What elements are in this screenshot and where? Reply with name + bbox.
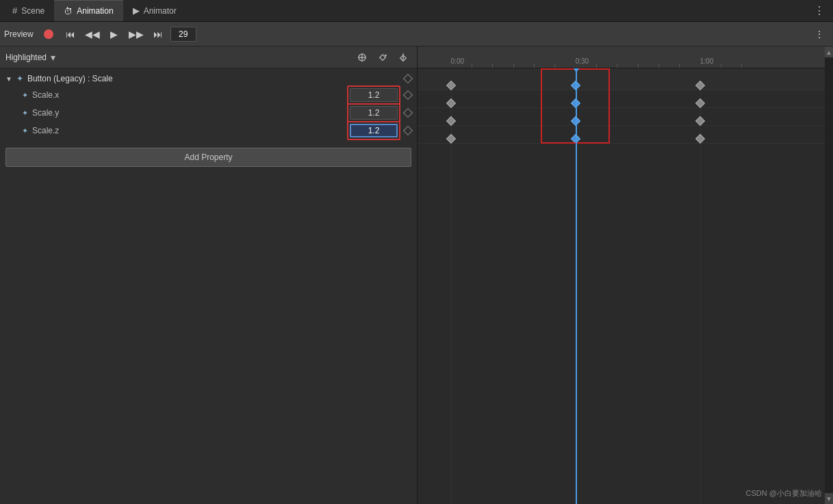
- tab-more-button[interactable]: ⋮: [808, 4, 830, 17]
- goto-end-button[interactable]: ⏭: [149, 25, 168, 43]
- kf-scalex-left[interactable]: [446, 98, 455, 107]
- prev-frame-icon: ◀◀: [85, 29, 100, 40]
- scale-z-input[interactable]: [350, 124, 398, 137]
- scrollbar-down-button[interactable]: ▼: [825, 493, 833, 504]
- toolbar: Preview ⏮ ◀◀ ▶ ▶▶ ⏭ ⋮: [0, 22, 833, 47]
- toolbar-more-icon: ⋮: [815, 29, 824, 40]
- scale-z-label: Scale.z: [32, 126, 343, 135]
- play-icon: ▶: [110, 29, 118, 40]
- tab-animator-label: Animator: [144, 6, 177, 16]
- tab-bar: # Scene ⏱ Animation ▶ Animator ⋮: [0, 0, 833, 22]
- frame-input[interactable]: [170, 27, 196, 42]
- timeline-panel: 0:00 0:30 1:00: [418, 47, 833, 504]
- prop-group-header[interactable]: ▼ ✦ Button (Legacy) : Scale: [0, 71, 417, 86]
- playhead[interactable]: [576, 68, 577, 504]
- scale-x-icon: ✦: [22, 91, 28, 100]
- tab-animation-label: Animation: [77, 6, 113, 16]
- watermark: CSDN @小白要加油哈: [746, 488, 822, 499]
- key-icon: [398, 52, 409, 63]
- next-frame-button[interactable]: ▶▶: [127, 25, 146, 43]
- kf-scaley-right[interactable]: [695, 116, 705, 125]
- main-area: Highlighted ▾: [0, 47, 833, 504]
- scrollbar-up-button[interactable]: ▲: [825, 47, 833, 57]
- preview-label: Preview: [4, 29, 34, 39]
- next-frame-icon: ▶▶: [129, 29, 144, 40]
- toolbar-more-button[interactable]: ⋮: [810, 25, 829, 43]
- scale-z-value-box: [347, 121, 400, 140]
- scale-y-row: ✦ Scale.y: [0, 104, 417, 122]
- goto-start-icon: ⏮: [66, 29, 75, 40]
- center-icon: [357, 52, 368, 63]
- add-keyframe-button[interactable]: [374, 49, 391, 66]
- scale-y-label: Scale.y: [32, 108, 343, 118]
- scale-x-value-box: [347, 85, 400, 105]
- kf-group-0-left[interactable]: [446, 80, 455, 90]
- goto-end-icon: ⏭: [153, 29, 163, 40]
- ruler-mark-0: 0:00: [451, 57, 464, 65]
- timeline-row-scale-z: [418, 126, 833, 144]
- scale-x-keyframe-dot[interactable]: [403, 90, 413, 100]
- clip-dropdown-icon[interactable]: ▾: [51, 52, 55, 63]
- left-panel: Highlighted ▾: [0, 47, 418, 504]
- kf-scaley-left[interactable]: [446, 116, 455, 125]
- prop-group-icon: ✦: [16, 74, 23, 83]
- key-icon-button[interactable]: [395, 49, 411, 66]
- ruler-mark-100: 1:00: [700, 57, 713, 65]
- timeline-row-group: [418, 68, 833, 90]
- add-property-button[interactable]: Add Property: [5, 148, 411, 167]
- tab-scene-label: Scene: [21, 6, 44, 16]
- playhead-head: [572, 68, 581, 72]
- svg-rect-3: [380, 54, 385, 59]
- properties-area: ▼ ✦ Button (Legacy) : Scale ✦ Scale.x ✦ …: [0, 68, 417, 504]
- scale-x-row: ✦ Scale.x: [0, 86, 417, 104]
- timeline-row-scale-x: [418, 90, 833, 108]
- scale-x-input[interactable]: [350, 88, 398, 102]
- scale-z-icon: ✦: [22, 127, 28, 135]
- prop-group-title: Button (Legacy) : Scale: [27, 74, 113, 83]
- animator-icon: ▶: [133, 5, 140, 16]
- tab-animation[interactable]: ⏱ Animation: [54, 0, 123, 21]
- clip-row: Highlighted ▾: [0, 47, 417, 68]
- prev-frame-button[interactable]: ◀◀: [83, 25, 102, 43]
- tab-animator[interactable]: ▶ Animator: [123, 0, 186, 21]
- collapse-arrow-icon: ▼: [5, 75, 12, 83]
- timeline-ruler: 0:00 0:30 1:00: [418, 47, 833, 68]
- timeline-row-scale-y: [418, 108, 833, 126]
- center-keyframe-button[interactable]: [354, 49, 370, 66]
- add-key-icon: [377, 52, 388, 63]
- timeline-scrollbar: ▲ ▼: [825, 47, 833, 504]
- kf-scalez-right[interactable]: [695, 133, 705, 143]
- ruler-mark-30: 0:30: [576, 57, 589, 65]
- kf-scalex-right[interactable]: [695, 98, 705, 107]
- scale-z-keyframe-dot[interactable]: [403, 126, 413, 135]
- scale-y-value-box: [347, 103, 400, 122]
- scale-x-label: Scale.x: [32, 90, 343, 100]
- record-dot: [44, 29, 53, 39]
- scale-y-keyframe-dot[interactable]: [403, 108, 413, 118]
- record-button[interactable]: [39, 25, 58, 43]
- goto-start-button[interactable]: ⏮: [61, 25, 80, 43]
- kf-group-0-right[interactable]: [695, 80, 705, 90]
- animation-icon: ⏱: [64, 6, 73, 16]
- scale-z-row: ✦ Scale.z: [0, 122, 417, 140]
- tab-scene[interactable]: # Scene: [3, 0, 54, 21]
- clip-name: Highlighted: [5, 53, 47, 62]
- scene-icon: #: [12, 5, 17, 16]
- timeline-content: [418, 68, 833, 504]
- scale-y-icon: ✦: [22, 109, 28, 118]
- scale-y-input[interactable]: [350, 106, 398, 120]
- kf-scalez-left[interactable]: [446, 133, 455, 143]
- play-button[interactable]: ▶: [105, 25, 124, 43]
- group-keyframe-dot[interactable]: [403, 74, 413, 83]
